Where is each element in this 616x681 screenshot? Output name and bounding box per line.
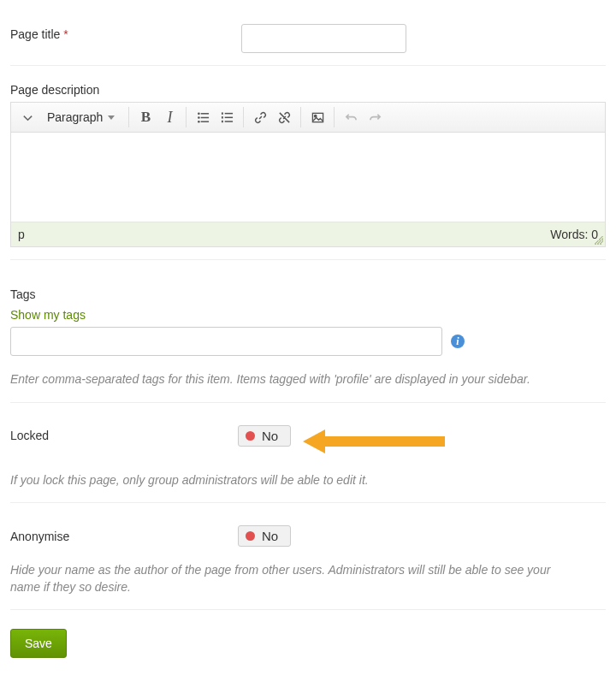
editor-path: p <box>18 228 25 241</box>
undo-icon[interactable] <box>340 106 362 128</box>
svg-rect-8 <box>225 121 233 122</box>
unlink-icon[interactable] <box>273 106 295 128</box>
svg-point-13 <box>314 115 316 116</box>
editor-toolbar: Paragraph B I <box>11 103 605 133</box>
numbered-list-icon[interactable] <box>216 106 238 128</box>
editor-word-count: Words: 0 <box>550 228 598 241</box>
svg-rect-1 <box>201 113 209 115</box>
svg-rect-9 <box>222 112 223 114</box>
info-icon[interactable]: i <box>451 335 465 348</box>
tags-help-text: Enter comma-separated tags for this item… <box>10 371 558 388</box>
editor-textarea[interactable] <box>11 133 605 222</box>
show-my-tags-link[interactable]: Show my tags <box>10 308 86 322</box>
svg-rect-6 <box>225 112 233 114</box>
svg-rect-5 <box>201 121 209 122</box>
annotation-arrow-icon <box>303 429 445 453</box>
image-icon[interactable] <box>306 106 329 128</box>
anonymise-toggle[interactable]: No <box>238 525 291 547</box>
svg-rect-7 <box>225 116 233 118</box>
locked-toggle[interactable]: No <box>238 425 291 447</box>
toggle-off-indicator-icon <box>246 431 255 441</box>
bold-icon[interactable]: B <box>134 106 157 128</box>
bullet-list-icon[interactable] <box>192 106 214 128</box>
save-button[interactable]: Save <box>10 629 67 658</box>
locked-label: Locked <box>10 429 238 442</box>
svg-point-2 <box>198 116 200 119</box>
rich-text-editor: Paragraph B I <box>10 102 606 247</box>
page-title-input[interactable] <box>241 24 406 53</box>
redo-icon[interactable] <box>364 106 386 128</box>
locked-help-text: If you lock this page, only group admini… <box>10 472 558 489</box>
tags-label: Tags <box>10 287 606 301</box>
tags-input[interactable] <box>10 327 442 356</box>
anonymise-help-text: Hide your name as the author of the page… <box>10 562 558 595</box>
anonymise-label: Anonymise <box>10 530 238 543</box>
svg-point-4 <box>198 120 200 122</box>
svg-point-0 <box>198 112 200 115</box>
toggle-off-indicator-icon <box>246 531 255 541</box>
svg-rect-12 <box>312 113 323 121</box>
toolbar-expand-icon[interactable] <box>16 106 38 128</box>
page-title-label: Page title * <box>10 24 238 41</box>
required-mark: * <box>63 27 68 41</box>
svg-rect-10 <box>222 116 223 118</box>
svg-rect-3 <box>201 116 209 118</box>
link-icon[interactable] <box>249 106 271 128</box>
format-dropdown[interactable]: Paragraph <box>40 109 123 126</box>
svg-rect-11 <box>222 120 223 121</box>
caret-down-icon <box>108 115 115 120</box>
page-description-label: Page description <box>10 74 606 97</box>
italic-icon[interactable]: I <box>158 106 181 128</box>
